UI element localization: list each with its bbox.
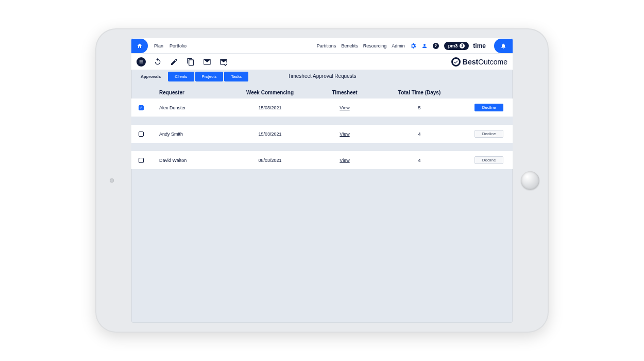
brand-bold: Best (463, 58, 478, 66)
gear-icon[interactable] (410, 43, 416, 49)
row-checkbox[interactable] (139, 105, 144, 110)
mail-check-icon (219, 58, 228, 66)
row-checkbox[interactable] (139, 132, 144, 137)
app-screen: Plan Portfolio Partitions Benefits Resou… (131, 38, 513, 323)
edit-icon (170, 58, 178, 66)
tab-clients[interactable]: Clients (168, 72, 194, 81)
menu-icon (139, 59, 144, 64)
col-total: Total Time (Days) (381, 90, 458, 95)
notifications-button[interactable] (494, 39, 513, 53)
brand-pill: pm33 (444, 42, 469, 50)
top-navbar: Plan Portfolio Partitions Benefits Resou… (131, 38, 513, 54)
toolbar: BestOutcome (131, 54, 513, 70)
brand-pill-sub: 3 (460, 43, 465, 48)
mail-button[interactable] (202, 57, 212, 67)
copy-button[interactable] (186, 57, 195, 67)
page-title: Timesheet Approval Requests (287, 73, 356, 83)
cell-week: 08/03/2021 (231, 158, 309, 163)
cell-requester: Alex Dunster (159, 105, 231, 110)
refresh-button[interactable] (153, 57, 162, 67)
table-area: Requester Week Commencing Timesheet Tota… (131, 83, 513, 169)
cell-requester: David Walton (159, 158, 231, 163)
table-row: David Walton 08/03/2021 View 4 Decline (131, 151, 513, 169)
brand-time-text: time (473, 42, 486, 50)
mail-icon (203, 58, 211, 66)
refresh-icon (154, 58, 162, 66)
ipad-home-button[interactable] (521, 171, 539, 190)
col-requester: Requester (159, 90, 231, 95)
check-badge-icon (451, 57, 461, 67)
nav-admin[interactable]: Admin (392, 43, 405, 48)
nav-plan[interactable]: Plan (154, 43, 163, 48)
cell-total: 4 (381, 158, 458, 163)
row-checkbox[interactable] (139, 158, 144, 163)
copy-icon (187, 58, 195, 66)
view-link[interactable]: View (340, 158, 349, 163)
nav-benefits[interactable]: Benefits (341, 43, 358, 48)
brand-logo: BestOutcome (451, 57, 507, 67)
nav-partitions[interactable]: Partitions (317, 43, 336, 48)
col-week: Week Commencing (231, 90, 309, 95)
home-icon (137, 43, 143, 49)
decline-button[interactable]: Decline (474, 156, 504, 164)
tab-approvals[interactable]: Approvals (134, 72, 167, 81)
home-button[interactable] (131, 39, 148, 53)
user-icon[interactable] (421, 43, 428, 49)
menu-button[interactable] (137, 57, 146, 67)
nav-resourcing[interactable]: Resourcing (363, 43, 387, 48)
brand-thin: Outcome (478, 58, 507, 66)
help-icon[interactable]: ? (433, 43, 439, 49)
nav-portfolio[interactable]: Portfolio (170, 43, 187, 48)
bell-icon (500, 43, 506, 49)
cell-total: 5 (381, 105, 458, 110)
cell-total: 4 (381, 132, 458, 137)
toolbar-icons (137, 57, 228, 67)
table-header: Requester Week Commencing Timesheet Tota… (131, 87, 513, 99)
decline-button[interactable]: Decline (474, 130, 504, 138)
cell-week: 15/03/2021 (231, 105, 309, 110)
view-link[interactable]: View (340, 105, 349, 110)
top-navbar-right: Partitions Benefits Resourcing Admin ? p… (317, 39, 513, 53)
top-navbar-left: Plan Portfolio (131, 39, 187, 53)
edit-button[interactable] (170, 57, 179, 67)
ipad-frame: Plan Portfolio Partitions Benefits Resou… (95, 28, 549, 333)
decline-button[interactable]: Decline (474, 104, 504, 111)
table-row: Andy Smith 15/03/2021 View 4 Decline (131, 125, 513, 151)
cell-requester: Andy Smith (159, 132, 231, 137)
brand-pill-text: pm3 (448, 43, 458, 48)
tab-tasks[interactable]: Tasks (224, 72, 248, 81)
tab-projects[interactable]: Projects (195, 72, 224, 81)
approve-mail-button[interactable] (219, 57, 228, 67)
cell-week: 15/03/2021 (231, 132, 309, 137)
view-link[interactable]: View (340, 132, 349, 137)
col-timesheet: Timesheet (309, 90, 381, 95)
table-row: Alex Dunster 15/03/2021 View 5 Decline (131, 99, 513, 125)
ipad-camera (110, 178, 114, 183)
